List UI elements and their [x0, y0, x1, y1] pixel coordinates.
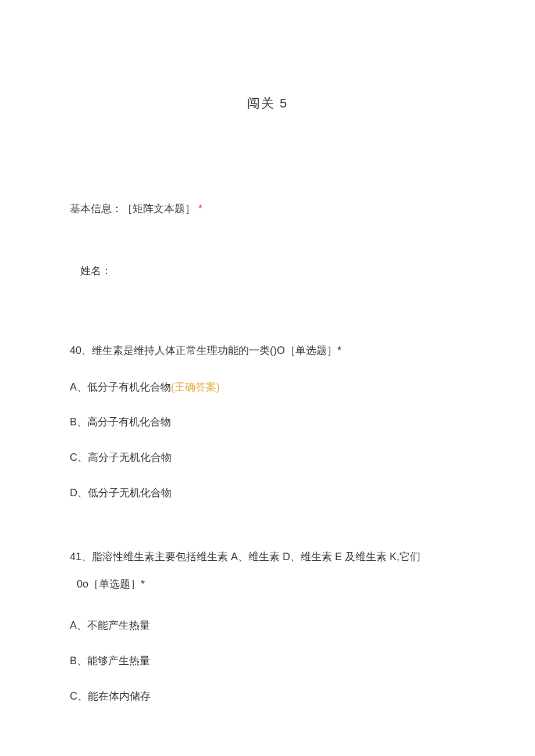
question-40-stem: 40、维生素是维持人体正常生理功能的一类()O［单选题］* — [70, 342, 465, 359]
question-40-option-c: C、高分子无机化合物 — [70, 449, 465, 466]
question-41-option-b: B、能够产生热量 — [70, 653, 465, 669]
correct-answer-marker: (王确答案) — [171, 381, 220, 393]
question-40-option-d: D、低分子无机化合物 — [70, 485, 465, 501]
question-41-option-c: C、能在体内储存 — [70, 688, 465, 705]
question-40: 40、维生素是维持人体正常生理功能的一类()O［单选题］* A、低分子有机化合物… — [70, 342, 465, 501]
question-40-option-a: A、低分子有机化合物(王确答案) — [70, 379, 465, 396]
document-page: 闯关 5 基本信息：［矩阵文本题］ * 姓名： 40、维生素是维持人体正常生理功… — [0, 0, 535, 756]
question-41-stem: 41、脂溶性维生素主要包括维生素 A、维生素 D、维生素 E 及维生素 K,它们… — [70, 543, 465, 598]
option-text: A、低分子有机化合物 — [70, 381, 171, 393]
question-41: 41、脂溶性维生素主要包括维生素 A、维生素 D、维生素 E 及维生素 K,它们… — [70, 543, 465, 705]
question-40-option-b: B、高分子有机化合物 — [70, 414, 465, 431]
name-field-label: 姓名： — [70, 263, 465, 280]
question-41-stem-line2: 0o［单选题］* — [70, 578, 145, 590]
question-41-option-a: A、不能产生热量 — [70, 617, 465, 634]
basic-info-label: 基本信息：［矩阵文本题］ — [70, 203, 195, 214]
question-41-stem-line1: 41、脂溶性维生素主要包括维生素 A、维生素 D、维生素 E 及维生素 K,它们 — [70, 551, 420, 562]
required-asterisk: * — [198, 203, 202, 214]
basic-info-line: 基本信息：［矩阵文本题］ * — [70, 200, 465, 217]
page-title: 闯关 5 — [70, 93, 465, 113]
